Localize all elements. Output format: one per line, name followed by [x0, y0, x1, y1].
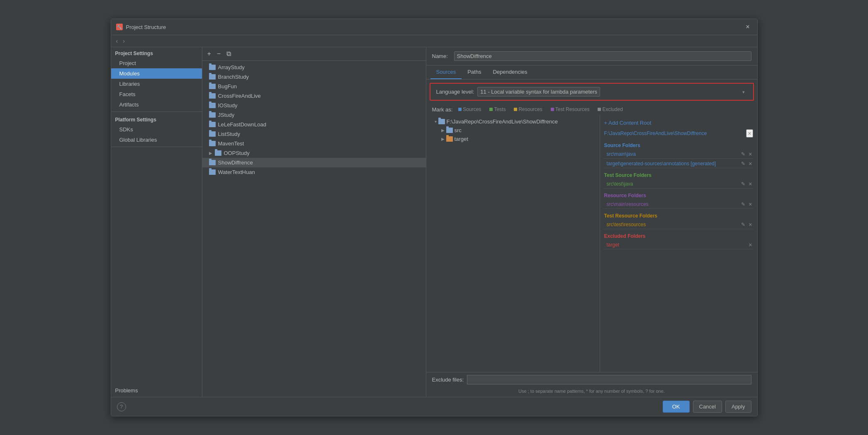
remove-test-resource-path-button[interactable]: ×: [748, 221, 753, 228]
mark-resources-button[interactable]: Resources: [511, 106, 545, 113]
list-item[interactable]: CrossFireAndLive: [202, 91, 426, 101]
edit-test-source-path-button[interactable]: ✎: [740, 181, 746, 187]
chevron-right-icon[interactable]: ▶: [441, 128, 445, 133]
copy-module-button[interactable]: ⧉: [225, 50, 233, 58]
content-root-path: F:\JavaRepo\CrossFireAndLive\ShowDiffren…: [603, 128, 754, 139]
list-item[interactable]: BugFun: [202, 82, 426, 91]
sources-dot: [458, 108, 462, 111]
mark-as-row: Mark as: Sources Tests Resources: [426, 104, 757, 115]
tab-paths[interactable]: Paths: [462, 65, 487, 79]
edit-test-resource-path-button[interactable]: ✎: [740, 221, 746, 228]
remove-test-source-path-button[interactable]: ×: [748, 181, 753, 187]
folder-icon: [446, 128, 453, 133]
sidebar-item-facets[interactable]: Facets: [111, 89, 202, 99]
tree-item[interactable]: ▶ src: [426, 126, 600, 135]
sidebar-item-artifacts[interactable]: Artifacts: [111, 99, 202, 110]
source-folders-title: Source Folders: [603, 139, 754, 150]
mark-sources-button[interactable]: Sources: [456, 106, 484, 113]
help-button[interactable]: ?: [117, 402, 126, 411]
remove-root-button[interactable]: ×: [746, 129, 753, 138]
list-item[interactable]: ▶ OOPStudy: [202, 148, 426, 158]
mark-tests-button[interactable]: Tests: [487, 106, 508, 113]
expand-arrow-icon[interactable]: ▶: [209, 151, 212, 155]
list-item[interactable]: WaterTextHuan: [202, 167, 426, 177]
cancel-button[interactable]: Cancel: [693, 401, 722, 413]
sidebar-item-modules[interactable]: Modules: [111, 68, 202, 79]
sidebar-item-project[interactable]: Project: [111, 58, 202, 68]
close-button[interactable]: ×: [743, 22, 752, 31]
mark-excluded-button[interactable]: Excluded: [595, 106, 625, 113]
back-button[interactable]: ‹: [114, 37, 120, 45]
remove-resource-path-button[interactable]: ×: [748, 201, 753, 208]
edit-resource-path-button[interactable]: ✎: [740, 201, 746, 208]
list-item[interactable]: ListStudy: [202, 129, 426, 139]
list-item[interactable]: MavenTest: [202, 139, 426, 148]
sidebar-item-libraries[interactable]: Libraries: [111, 79, 202, 89]
exclude-files-row: Exclude files:: [426, 372, 757, 387]
left-panel: Project Settings Project Modules Librari…: [111, 47, 202, 397]
chevron-down-icon[interactable]: ▾: [435, 119, 437, 124]
project-settings-header: Project Settings: [111, 47, 202, 58]
list-item[interactable]: LeLeFastDownLoad: [202, 120, 426, 129]
sidebar-item-sdks[interactable]: SDKs: [111, 124, 202, 135]
apply-button[interactable]: Apply: [725, 401, 751, 413]
center-panel: + − ⧉ ArrayStudy BranchStudy BugFun: [202, 47, 426, 397]
language-level-select[interactable]: 11 - Local variable syntax for lambda pa…: [477, 87, 600, 97]
add-module-button[interactable]: +: [206, 50, 213, 58]
excluded-dot: [598, 108, 601, 111]
path-actions: ✎ ×: [740, 221, 753, 228]
sidebar-item-problems[interactable]: Problems: [111, 384, 202, 397]
name-input[interactable]: [454, 51, 751, 61]
title-bar-left: 🔧 Project Structure: [116, 24, 166, 30]
chevron-down-icon: ▾: [742, 89, 745, 94]
tree-item[interactable]: ▾ F:\JavaRepo\CrossFireAndLive\ShowDiffr…: [426, 117, 600, 126]
list-item[interactable]: BranchStudy: [202, 72, 426, 82]
excluded-folders-title: Excluded Folders: [603, 230, 754, 241]
folder-icon: [446, 136, 453, 142]
folder-icon: [209, 131, 216, 137]
list-item[interactable]: JStudy: [202, 110, 426, 120]
title-bar: 🔧 Project Structure ×: [111, 19, 757, 35]
list-item[interactable]: ShowDiffrence: [202, 158, 426, 167]
chevron-right-icon[interactable]: ▶: [441, 137, 445, 141]
folder-icon: [215, 150, 221, 156]
exclude-files-input[interactable]: [467, 375, 751, 384]
folder-icon: [209, 65, 216, 70]
edit-source-path-button[interactable]: ✎: [740, 151, 746, 157]
test-source-path-item: src\test\java ✎ ×: [603, 180, 754, 188]
resources-dot: [514, 108, 517, 111]
folder-icon: [209, 141, 216, 146]
project-structure-dialog: 🔧 Project Structure × ‹ › Project Settin…: [111, 19, 758, 416]
mark-test-resources-button[interactable]: Test Resources: [548, 106, 592, 113]
mark-as-label: Mark as:: [432, 106, 453, 113]
ok-button[interactable]: OK: [663, 401, 690, 413]
path-actions: ✎ ×: [740, 160, 753, 167]
add-content-root-button[interactable]: + Add Content Root: [603, 118, 754, 128]
folder-icon: [209, 169, 216, 175]
sidebar-item-global-libraries[interactable]: Global Libraries: [111, 135, 202, 145]
path-actions: ✎ ×: [740, 151, 753, 157]
tab-dependencies[interactable]: Dependencies: [487, 65, 533, 79]
tab-sources[interactable]: Sources: [430, 65, 462, 79]
list-item[interactable]: IOStudy: [202, 101, 426, 110]
tree-item[interactable]: ▶ target: [426, 135, 600, 143]
dialog-title: Project Structure: [126, 24, 166, 30]
module-toolbar: + − ⧉: [202, 47, 426, 61]
edit-gen-source-path-button[interactable]: ✎: [740, 160, 746, 167]
list-item[interactable]: ArrayStudy: [202, 63, 426, 72]
exclude-files-label: Exclude files:: [432, 377, 464, 383]
folder-icon: [209, 103, 216, 108]
file-tree: ▾ F:\JavaRepo\CrossFireAndLive\ShowDiffr…: [426, 115, 600, 372]
remove-module-button[interactable]: −: [215, 50, 222, 58]
remove-source-path-button[interactable]: ×: [748, 151, 753, 157]
name-row: Name:: [426, 47, 757, 65]
tests-dot: [489, 108, 493, 111]
test-resources-dot: [551, 108, 554, 111]
nav-bar: ‹ ›: [111, 35, 757, 47]
forward-button[interactable]: ›: [121, 37, 126, 45]
app-icon: 🔧: [116, 24, 123, 30]
remove-gen-source-path-button[interactable]: ×: [748, 160, 753, 167]
name-label: Name:: [432, 53, 451, 59]
remove-excluded-path-button[interactable]: ×: [748, 242, 753, 248]
source-path-item: target\generated-sources\annotations [ge…: [603, 160, 754, 168]
